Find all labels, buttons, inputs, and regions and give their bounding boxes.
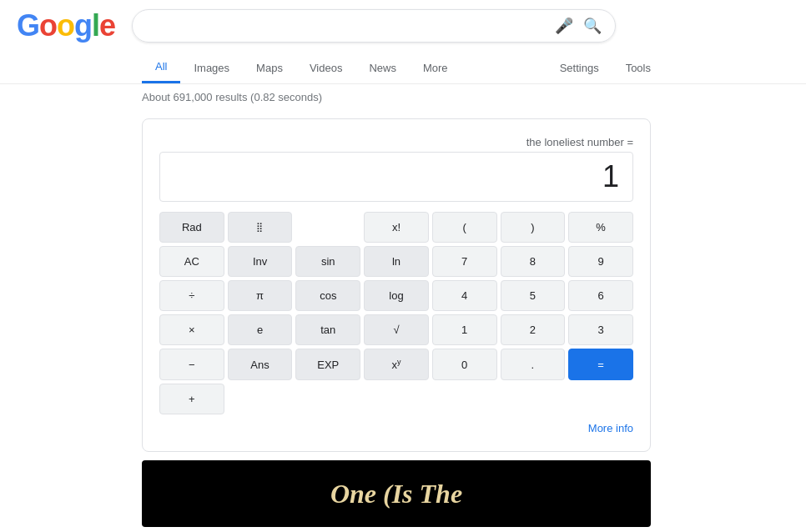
search-bar[interactable]: what is the loneliest number 🎤 🔍 (132, 9, 616, 43)
logo-g: G (17, 8, 39, 43)
calc-btn-rad[interactable]: Rad (159, 212, 224, 243)
tab-images[interactable]: Images (180, 53, 243, 83)
tab-videos[interactable]: Videos (296, 53, 356, 83)
tab-all[interactable]: All (142, 52, 180, 83)
calc-btn-divide[interactable]: ÷ (159, 280, 224, 311)
search-input[interactable]: what is the loneliest number (146, 18, 555, 33)
calc-btn-cos[interactable]: cos (295, 280, 360, 311)
calc-btn-e[interactable]: e (228, 314, 293, 345)
calc-label: the loneliest number = (159, 136, 633, 148)
calc-btn-minus[interactable]: − (159, 349, 224, 380)
calc-btn-0[interactable]: 0 (432, 349, 497, 380)
calc-btn-1[interactable]: 1 (432, 314, 497, 345)
calc-btn-percent[interactable]: % (568, 212, 633, 243)
tab-tools[interactable]: Tools (612, 53, 664, 83)
calc-btn-ac[interactable]: AC (159, 246, 224, 277)
calc-btn-close-paren[interactable]: ) (501, 212, 566, 243)
calc-btn-sin[interactable]: sin (295, 246, 360, 277)
calc-btn-factorial[interactable]: x! (364, 212, 429, 243)
calc-btn-exp[interactable]: EXP (295, 349, 360, 380)
calculator-widget: the loneliest number = 1 Rad ⣿ x! ( ) % … (142, 118, 651, 452)
calc-btn-8[interactable]: 8 (501, 246, 566, 277)
calc-btn-sqrt[interactable]: √ (364, 314, 429, 345)
logo-e: e (99, 8, 115, 43)
calc-btn-inv[interactable]: Inv (228, 246, 293, 277)
calc-btn-log[interactable]: log (364, 280, 429, 311)
header: Google what is the loneliest number 🎤 🔍 (0, 0, 806, 52)
bottom-image-text: One (Is The (330, 479, 462, 509)
calc-btn-3[interactable]: 3 (568, 314, 633, 345)
calc-btn-5[interactable]: 5 (501, 280, 566, 311)
logo-l: l (92, 8, 99, 43)
bottom-image: One (Is The (142, 460, 651, 527)
tab-settings[interactable]: Settings (547, 53, 612, 83)
logo-o1: o (39, 8, 57, 43)
search-icons: 🎤 🔍 (555, 17, 602, 35)
results-info: About 691,000 results (0.82 seconds) (0, 84, 806, 110)
mic-icon[interactable]: 🎤 (555, 17, 573, 35)
calc-btn-equals[interactable]: = (568, 349, 633, 380)
logo-g2: g (74, 8, 92, 43)
tab-more[interactable]: More (410, 53, 461, 83)
calc-display: 1 (159, 152, 633, 202)
calc-btn-ans[interactable]: Ans (228, 349, 293, 380)
logo-o2: o (57, 8, 74, 43)
calc-btn-ln[interactable]: ln (364, 246, 429, 277)
calc-btn-tan[interactable]: tan (295, 314, 360, 345)
more-info: More info (159, 421, 633, 434)
calc-btn-2[interactable]: 2 (501, 314, 566, 345)
calc-buttons: Rad ⣿ x! ( ) % AC Inv sin ln 7 8 9 ÷ π c… (159, 212, 633, 414)
calc-btn-4[interactable]: 4 (432, 280, 497, 311)
calc-btn-power[interactable]: xy (364, 349, 429, 380)
calc-btn-7[interactable]: 7 (432, 246, 497, 277)
results-count: About 691,000 results (0.82 seconds) (142, 91, 322, 103)
calc-btn-9[interactable]: 9 (568, 246, 633, 277)
calc-btn-plus[interactable]: + (159, 384, 224, 414)
calc-btn-open-paren[interactable]: ( (432, 212, 497, 243)
calc-btn-pi[interactable]: π (228, 280, 293, 311)
more-info-link[interactable]: More info (588, 422, 633, 434)
calc-btn-grid[interactable]: ⣿ (228, 212, 293, 243)
tab-news[interactable]: News (355, 53, 410, 83)
search-icon[interactable]: 🔍 (583, 17, 602, 35)
calc-btn-dot[interactable]: . (501, 349, 566, 380)
calc-btn-6[interactable]: 6 (568, 280, 633, 311)
google-logo: Google (17, 8, 115, 43)
calc-btn-multiply[interactable]: × (159, 314, 224, 345)
tab-maps[interactable]: Maps (243, 53, 296, 83)
nav-tabs: All Images Maps Videos News More Setting… (0, 52, 806, 84)
